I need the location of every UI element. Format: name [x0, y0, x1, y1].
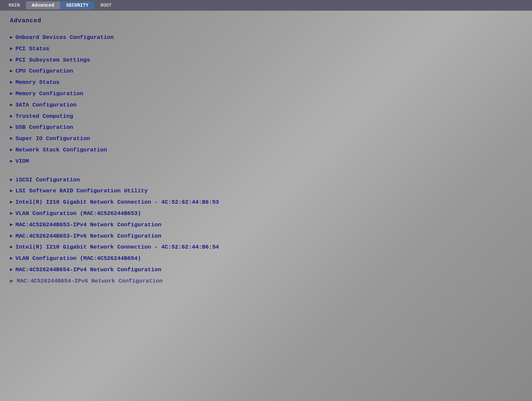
- menu-item-trusted[interactable]: ▶ Trusted Computing: [10, 111, 522, 122]
- top-menubar: MAIN Advanced SECURITY BOOT: [0, 0, 532, 11]
- menu-item-intel-i210-2[interactable]: ▶ Intel(R) I210 Gigabit Network Connecti…: [10, 242, 522, 253]
- arrow-icon: ▶: [10, 46, 13, 52]
- menu-item-vlan-2[interactable]: ▶ VLAN Configuration (MAC:4C526244B654): [10, 253, 522, 264]
- main-content: Advanced ▶ Onboard Devices Configuration…: [0, 11, 532, 401]
- menu-boot[interactable]: BOOT: [94, 1, 118, 9]
- arrow-icon: ▶: [10, 124, 13, 131]
- menu-item-label: MAC:4C526244B653-IPv6 Network Configurat…: [15, 232, 161, 240]
- menu-item-label: Super IO Configuration: [15, 135, 90, 143]
- arrow-icon: ▶: [10, 278, 17, 284]
- menu-advanced[interactable]: Advanced: [26, 1, 60, 9]
- menu-item-mac-ipv4-2[interactable]: ▶ MAC:4C526244B654-IPv4 Network Configur…: [10, 264, 522, 276]
- menu-item-label: iSCSI Configuration: [15, 176, 80, 184]
- primary-menu-list: ▶ Onboard Devices Configuration ▶ PCI St…: [10, 32, 522, 167]
- menu-item-label: Intel(R) I210 Gigabit Network Connection…: [15, 198, 219, 206]
- arrow-icon: ▶: [10, 158, 13, 165]
- arrow-icon: ▶: [10, 147, 13, 153]
- arrow-icon: ▶: [10, 244, 13, 251]
- menu-item-label: VLAN Configuration (MAC:4C526244B654): [15, 255, 141, 263]
- menu-item-label: Trusted Computing: [15, 112, 73, 120]
- menu-item-label: Network Stack Configuration: [15, 146, 107, 154]
- menu-main[interactable]: MAIN: [3, 1, 26, 9]
- arrow-icon: ▶: [10, 34, 13, 41]
- menu-item-intel-i210-1[interactable]: ▶ Intel(R) I210 Gigabit Network Connecti…: [10, 197, 522, 208]
- spacer: [10, 167, 522, 174]
- menu-item-label: Memory Configuration: [15, 90, 83, 98]
- menu-item-label: LSI Software RAID Configuration Utility: [15, 187, 148, 195]
- arrow-icon: ▶: [10, 199, 13, 206]
- menu-item-network-stack[interactable]: ▶ Network Stack Configuration: [10, 144, 522, 156]
- left-panel: Advanced ▶ Onboard Devices Configuration…: [10, 17, 522, 394]
- menu-item-onboard[interactable]: ▶ Onboard Devices Configuration: [10, 32, 522, 43]
- arrow-icon: ▶: [10, 113, 13, 120]
- menu-item-label: VIOM: [15, 157, 29, 165]
- menu-item-label: PCI Subsystem Settings: [15, 56, 90, 64]
- menu-item-pci-status[interactable]: ▶ PCI Status: [10, 43, 522, 55]
- arrow-icon: ▶: [10, 57, 13, 64]
- menu-item-vlan-1[interactable]: ▶ VLAN Configuration (MAC:4C526244B653): [10, 208, 522, 219]
- menu-item-label: Onboard Devices Configuration: [15, 34, 114, 42]
- menu-item-label: USB Configuration: [15, 123, 73, 131]
- menu-item-label: PCI Status: [15, 45, 49, 53]
- menu-item-memory-status[interactable]: ▶ Memory Status: [10, 77, 522, 88]
- menu-item-memory-config[interactable]: ▶ Memory Configuration: [10, 88, 522, 100]
- bios-screen: MAIN Advanced SECURITY BOOT Advanced ▶ O…: [0, 0, 532, 401]
- arrow-icon: ▶: [10, 233, 13, 240]
- menu-item-super-io[interactable]: ▶ Super IO Configuration: [10, 133, 522, 144]
- menu-item-pci-subsystem[interactable]: ▶ PCI Subsystem Settings: [10, 55, 522, 66]
- menu-item-cpu[interactable]: ▶ CPU Configuration: [10, 66, 522, 77]
- menu-item-label: SATA Configuration: [15, 101, 76, 109]
- arrow-icon: ▶: [10, 177, 13, 183]
- arrow-icon: ▶: [10, 135, 13, 142]
- menu-item-sata[interactable]: ▶ SATA Configuration: [10, 100, 522, 111]
- arrow-icon: ▶: [10, 68, 13, 75]
- arrow-icon: ▶: [10, 188, 13, 194]
- menu-item-iscsi[interactable]: ▶ iSCSI Configuration: [10, 174, 522, 186]
- menu-item-label: MAC:4C526244B653-IPv4 Network Configurat…: [15, 221, 161, 229]
- menu-item-lsi-raid[interactable]: ▶ LSI Software RAID Configuration Utilit…: [10, 185, 522, 197]
- menu-item-viom[interactable]: ▶ VIOM: [10, 156, 522, 167]
- arrow-icon: ▶: [10, 79, 13, 86]
- menu-item-usb[interactable]: ▶ USB Configuration: [10, 122, 522, 133]
- arrow-icon: ▶: [10, 102, 13, 108]
- arrow-icon: ▶: [10, 91, 13, 97]
- menu-item-label: Memory Status: [15, 79, 60, 87]
- network-menu-list: ▶ iSCSI Configuration ▶ LSI Software RAI…: [10, 174, 522, 276]
- menu-item-label: MAC:4C526244B654-IPv4 Network Configurat…: [15, 266, 161, 274]
- menu-item-label: VLAN Configuration (MAC:4C526244B653): [15, 210, 141, 218]
- section-title: Advanced: [10, 17, 522, 24]
- arrow-icon: ▶: [10, 255, 13, 262]
- menu-item-label: Intel(R) I210 Gigabit Network Connection…: [15, 243, 219, 251]
- partial-bottom-item[interactable]: ▶ MAC:4C526244B654-IPv6 Network Configur…: [10, 276, 522, 286]
- arrow-icon: ▶: [10, 210, 13, 217]
- menu-item-mac-ipv4-1[interactable]: ▶ MAC:4C526244B653-IPv4 Network Configur…: [10, 219, 522, 231]
- arrow-icon: ▶: [10, 222, 13, 228]
- menu-security[interactable]: SECURITY: [60, 1, 94, 9]
- arrow-icon: ▶: [10, 267, 13, 273]
- menu-item-mac-ipv6-1[interactable]: ▶ MAC:4C526244B653-IPv6 Network Configur…: [10, 231, 522, 242]
- menu-item-label: CPU Configuration: [15, 67, 73, 75]
